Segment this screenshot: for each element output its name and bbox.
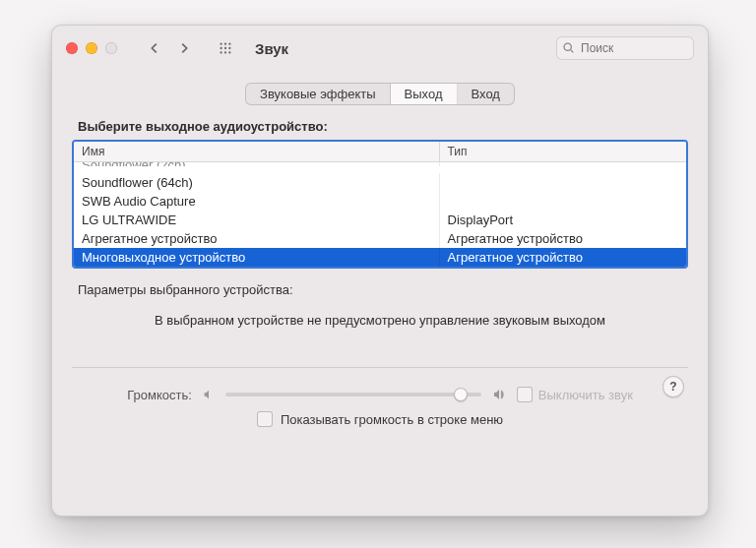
- selected-device-params-heading: Параметры выбранного устройства:: [78, 282, 688, 297]
- tab-2[interactable]: Вход: [458, 84, 514, 104]
- search-icon: [562, 41, 575, 57]
- cell-type: [440, 162, 686, 166]
- svg-point-7: [224, 51, 226, 53]
- cell-name: SWB Audio Capture: [74, 192, 440, 211]
- search-input[interactable]: [556, 36, 694, 60]
- tab-1[interactable]: Выход: [391, 84, 458, 104]
- svg-point-1: [224, 42, 226, 44]
- cell-type: Агрегатное устройство: [440, 229, 686, 248]
- volume-slider[interactable]: [225, 386, 481, 403]
- table-row[interactable]: SWB Audio Capture: [74, 192, 686, 211]
- show-in-menubar-checkbox[interactable]: [257, 411, 273, 427]
- sound-preferences-window: Звук Звуковые эффектыВыходВход Выберите …: [51, 25, 709, 517]
- table-header: Имя Тип: [74, 142, 686, 162]
- back-button[interactable]: [141, 36, 168, 60]
- search-field-wrap: [556, 36, 694, 60]
- volume-row: Громкость: Выключить звук: [72, 386, 688, 403]
- cell-name: Soundflower (64ch): [74, 173, 440, 192]
- forward-button[interactable]: [170, 36, 198, 60]
- cell-type: [440, 192, 686, 211]
- cell-type: DisplayPort: [440, 211, 686, 229]
- table-row[interactable]: Soundflower (2ch): [74, 162, 686, 173]
- table-row[interactable]: Soundflower (64ch): [74, 173, 686, 192]
- cell-name: Soundflower (2ch): [74, 162, 440, 166]
- close-window-button[interactable]: [66, 42, 78, 54]
- tab-0[interactable]: Звуковые эффекты: [246, 84, 391, 104]
- cell-type: Агрегатное устройство: [440, 248, 686, 267]
- show-all-prefs-button[interactable]: [212, 36, 239, 60]
- cell-name: Агрегатное устройство: [74, 229, 440, 248]
- divider: [72, 367, 688, 368]
- mute-label: Выключить звук: [538, 388, 633, 402]
- column-header-type[interactable]: Тип: [440, 142, 686, 161]
- content-area: Звуковые эффектыВыходВход Выберите выход…: [52, 71, 708, 437]
- no-output-controls-text: В выбранном устройстве не предусмотрено …: [72, 313, 688, 328]
- cell-name: LG ULTRAWIDE: [74, 211, 440, 229]
- volume-label: Громкость:: [127, 388, 192, 402]
- titlebar: Звук: [52, 26, 708, 71]
- table-row[interactable]: Агрегатное устройствоАгрегатное устройст…: [74, 229, 686, 248]
- mute-checkbox[interactable]: [517, 387, 533, 402]
- volume-low-icon: [202, 388, 216, 401]
- table-row[interactable]: Многовыходное устройствоАгрегатное устро…: [74, 248, 686, 267]
- column-header-name[interactable]: Имя: [74, 142, 440, 161]
- output-device-heading: Выберите выходное аудиоустройство:: [78, 119, 688, 134]
- svg-point-2: [228, 42, 230, 44]
- table-body: Soundflower (2ch)Soundflower (64ch)SWB A…: [74, 162, 686, 267]
- mute-checkbox-wrap[interactable]: Выключить звук: [517, 387, 633, 402]
- volume-high-icon: [491, 387, 507, 402]
- window-controls: [66, 42, 117, 54]
- minimize-window-button[interactable]: [86, 42, 97, 54]
- tabs-segmented-control: Звуковые эффектыВыходВход: [245, 83, 515, 105]
- output-device-table[interactable]: Имя Тип Soundflower (2ch)Soundflower (64…: [72, 140, 688, 269]
- cell-name: Многовыходное устройство: [74, 248, 440, 267]
- show-in-menubar-label: Показывать громкость в строке меню: [281, 412, 503, 427]
- show-in-menubar-row: Показывать громкость в строке меню: [72, 411, 688, 427]
- table-row[interactable]: LG ULTRAWIDEDisplayPort: [74, 211, 686, 229]
- cell-type: [440, 173, 686, 192]
- svg-point-3: [220, 47, 221, 49]
- svg-point-9: [564, 43, 571, 50]
- svg-point-8: [228, 51, 230, 53]
- svg-point-6: [220, 51, 221, 53]
- zoom-window-button[interactable]: [105, 42, 117, 54]
- svg-point-4: [224, 47, 226, 49]
- nav-buttons: [141, 36, 198, 60]
- svg-point-0: [220, 42, 221, 44]
- window-title: Звук: [255, 40, 288, 57]
- help-button[interactable]: ?: [662, 376, 684, 397]
- svg-point-5: [228, 47, 230, 49]
